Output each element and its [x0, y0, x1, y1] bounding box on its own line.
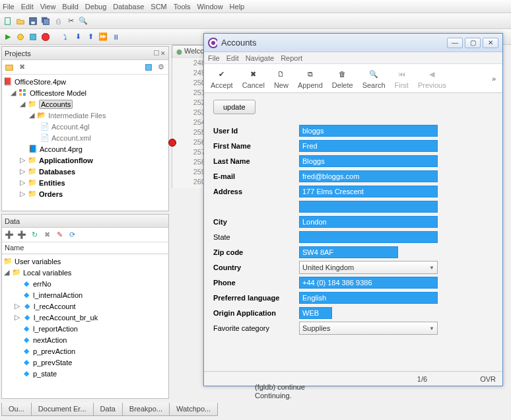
accept-button[interactable]: ✔Accept — [211, 67, 233, 89]
tree-var[interactable]: ▷◆l_recAccount_br_uk — [3, 312, 167, 323]
field-userid[interactable]: bloggs — [299, 125, 438, 137]
cancel-button[interactable]: ✖Cancel — [242, 67, 265, 89]
menu-tools[interactable]: Tools — [174, 3, 191, 11]
menu-database[interactable]: Database — [113, 3, 144, 11]
combo-fav[interactable]: Supplies▼ — [299, 322, 438, 335]
tab-output[interactable]: Ou... — [1, 403, 32, 416]
run-icon[interactable]: ▶ — [3, 32, 13, 42]
menu-view[interactable]: View — [40, 3, 56, 11]
continue-icon[interactable]: ⏩ — [98, 32, 108, 42]
expand-icon[interactable]: ◢ — [3, 269, 10, 276]
field-address2[interactable] — [299, 201, 438, 213]
cut-icon[interactable]: ✂ — [65, 16, 76, 26]
tree-file[interactable]: 📄Account.xml — [3, 132, 167, 143]
acct-menu-report[interactable]: Report — [281, 54, 302, 62]
field-zip[interactable]: SW4 8AF — [299, 246, 398, 258]
proj-del-icon[interactable]: ✖ — [17, 62, 27, 73]
find-icon[interactable]: 🔍 — [78, 16, 88, 26]
field-email[interactable]: fred@bloggs.com — [299, 170, 438, 182]
new-button[interactable]: 🗋New — [274, 67, 289, 89]
collapse-icon[interactable]: ▷ — [14, 303, 20, 310]
step-over-icon[interactable]: ⤵ — [60, 32, 71, 42]
panel-pin-icon[interactable] — [154, 50, 159, 55]
data-edit-icon[interactable]: ✎ — [54, 230, 65, 240]
proj-gear-icon[interactable]: ⚙ — [156, 62, 166, 73]
open-icon[interactable] — [15, 16, 26, 26]
build-icon[interactable] — [28, 32, 38, 42]
step-into-icon[interactable]: ⬇ — [73, 32, 83, 42]
field-lastname[interactable]: Bloggs — [299, 155, 438, 167]
panel-close-icon[interactable]: ✕ — [160, 50, 166, 57]
tree-var[interactable]: ◆l_internalAction — [3, 289, 167, 300]
collapse-icon[interactable]: ▷ — [19, 157, 26, 164]
menu-debug[interactable]: Debug — [85, 3, 106, 11]
tab-data[interactable]: Data — [93, 403, 123, 416]
tree-var[interactable]: ◆l_reportAction — [3, 323, 167, 334]
close-icon[interactable]: ✕ — [483, 38, 498, 48]
collapse-icon[interactable]: ▷ — [19, 180, 26, 186]
tree-var[interactable]: ◆nextAction — [3, 334, 167, 345]
new-icon[interactable] — [3, 16, 13, 26]
tree-uservars[interactable]: 📁User variables — [3, 256, 167, 267]
collapse-icon[interactable]: ▷ — [19, 191, 26, 197]
previous-button[interactable]: ◀Previous — [418, 67, 446, 89]
acct-menu-file[interactable]: File — [208, 54, 220, 62]
tab-docerrors[interactable]: Document Er... — [31, 403, 94, 416]
field-city[interactable]: London — [299, 216, 438, 228]
tree-root[interactable]: 📕OfficeStore.4pw — [3, 76, 167, 87]
first-button[interactable]: ⏮First — [395, 67, 409, 89]
data-del-icon[interactable]: ✖ — [42, 230, 52, 240]
tree-localvars[interactable]: ◢📁Local variables — [3, 267, 167, 278]
menu-scm[interactable]: SCM — [151, 3, 166, 11]
field-origin[interactable]: WEB — [299, 307, 332, 319]
tree-var[interactable]: ▷◆l_recAccount — [3, 300, 167, 312]
tree-var[interactable]: ◆p_state — [3, 368, 167, 379]
tree-folder[interactable]: ▷📁Databases — [3, 166, 167, 177]
tree-folder[interactable]: ▷📁Entities — [3, 177, 167, 188]
tab-breakpoints[interactable]: Breakpo... — [122, 403, 170, 416]
field-lang[interactable]: English — [299, 292, 438, 304]
tree-var[interactable]: ◆errNo — [3, 278, 167, 289]
delete-button[interactable]: 🗑Delete — [332, 67, 353, 89]
field-address[interactable]: 177 Elms Crescent — [299, 186, 438, 197]
expand-icon[interactable]: ◢ — [10, 90, 17, 96]
accounts-titlebar[interactable]: Accounts — ▢ ✕ — [204, 34, 502, 52]
collapse-icon[interactable]: ▷ — [19, 168, 26, 175]
expand-icon[interactable]: ◢ — [19, 101, 26, 108]
search-button[interactable]: 🔍Search — [362, 67, 386, 89]
data-add-icon[interactable]: ➕ — [4, 230, 15, 240]
proj-add-icon[interactable] — [4, 62, 15, 73]
field-state[interactable] — [299, 231, 438, 243]
data-add2-icon[interactable]: ➕ — [17, 230, 27, 240]
tree-intermediate[interactable]: ◢📂Intermediate Files — [3, 110, 167, 121]
stop-icon[interactable] — [40, 32, 51, 42]
menu-help[interactable]: Help — [230, 3, 245, 11]
tree-file[interactable]: 📄Account.4gl — [3, 121, 167, 132]
maximize-icon[interactable]: ▢ — [465, 38, 481, 48]
data-sync-icon[interactable]: ⟳ — [67, 230, 77, 240]
tree-folder[interactable]: ▷📁Orders — [3, 188, 167, 199]
append-button[interactable]: ⧉Append — [298, 67, 323, 89]
print-icon[interactable]: ⎙ — [53, 16, 63, 26]
tree-model[interactable]: ◢Officestore Model — [3, 87, 167, 98]
step-out-icon[interactable]: ⬆ — [85, 32, 96, 42]
save-icon[interactable] — [28, 16, 38, 26]
breakpoint-icon[interactable] — [168, 139, 176, 147]
debug-icon[interactable] — [15, 32, 26, 42]
field-phone[interactable]: +44 (0) 184 386 9386 — [299, 277, 438, 289]
expand-icon[interactable]: ◢ — [28, 112, 35, 119]
pause-icon[interactable]: ⏸ — [110, 32, 121, 42]
combo-country[interactable]: United Kingdom▼ — [299, 261, 438, 274]
menu-window[interactable]: Window — [197, 3, 222, 11]
update-button[interactable]: update — [213, 100, 256, 114]
saveall-icon[interactable] — [40, 16, 51, 26]
collapse-icon[interactable]: ▷ — [14, 314, 20, 321]
tree-var[interactable]: ◆p_prevState — [3, 357, 167, 368]
tree-accounts[interactable]: ◢📁Accounts — [3, 98, 167, 110]
acct-menu-navigate[interactable]: Navigate — [246, 54, 274, 62]
menu-file[interactable]: File — [3, 3, 15, 11]
menu-build[interactable]: Build — [62, 3, 78, 11]
field-firstname[interactable]: Fred — [299, 140, 438, 152]
acct-menu-edit[interactable]: Edit — [226, 54, 239, 62]
tree-folder[interactable]: ▷📁Applicationflow — [3, 155, 167, 166]
